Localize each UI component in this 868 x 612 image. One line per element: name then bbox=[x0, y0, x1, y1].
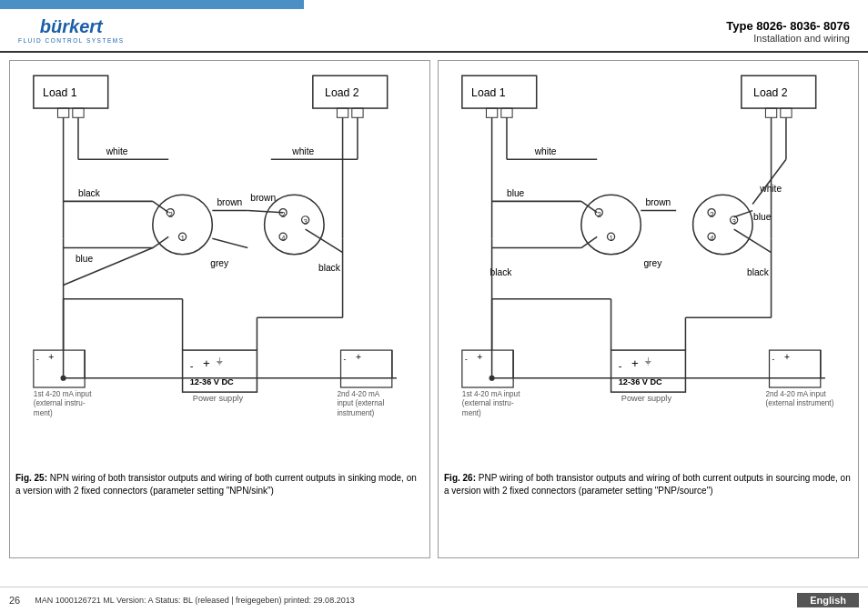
npn-diagram-svg: Load 1 Load 2 white white 2 bbox=[15, 66, 424, 467]
svg-text:2nd 4-20 mA input: 2nd 4-20 mA input bbox=[765, 390, 826, 398]
svg-text:black: black bbox=[747, 267, 770, 277]
svg-text:1st 4-20 mA input: 1st 4-20 mA input bbox=[462, 390, 520, 398]
svg-text:white: white bbox=[759, 184, 782, 194]
svg-text:+: + bbox=[784, 352, 790, 362]
page-header: bürkert FLUID CONTROL SYSTEMS Type 8026-… bbox=[0, 9, 868, 53]
page-title: Type 8026- 8036- 8076 bbox=[726, 19, 850, 33]
svg-text:3: 3 bbox=[304, 218, 308, 226]
svg-text:+: + bbox=[631, 356, 639, 370]
caption-pnp: Fig. 26: PNP wiring of both transistor o… bbox=[444, 468, 853, 501]
svg-line-27 bbox=[153, 236, 168, 247]
svg-rect-127 bbox=[770, 350, 821, 387]
svg-text:4: 4 bbox=[710, 235, 714, 243]
svg-text:input (external: input (external bbox=[337, 399, 384, 407]
caption-npn: Fig. 25: NPN wiring of both transistor o… bbox=[15, 468, 424, 501]
header-info: Type 8026- 8036- 8076 Installation and w… bbox=[726, 19, 850, 44]
svg-point-69 bbox=[61, 376, 66, 381]
svg-point-16 bbox=[153, 195, 212, 254]
svg-line-22 bbox=[153, 201, 168, 212]
svg-text:1: 1 bbox=[181, 235, 186, 243]
footer-doc-info: MAN 1000126721 ML Version: A Status: BL … bbox=[35, 596, 782, 605]
top-accent-bar bbox=[0, 0, 868, 9]
svg-line-98 bbox=[581, 236, 597, 247]
svg-text:brown: brown bbox=[645, 197, 671, 207]
svg-rect-75 bbox=[501, 108, 512, 117]
svg-text:black: black bbox=[490, 267, 513, 277]
svg-text:⏚: ⏚ bbox=[645, 355, 651, 366]
svg-text:3: 3 bbox=[732, 218, 737, 226]
main-content: Load 1 Load 2 white white 2 bbox=[0, 53, 868, 562]
svg-text:ment): ment) bbox=[34, 409, 53, 417]
svg-text:2: 2 bbox=[710, 211, 714, 219]
svg-point-101 bbox=[693, 195, 752, 254]
svg-point-87 bbox=[581, 195, 641, 254]
svg-text:white: white bbox=[106, 146, 128, 156]
caption-text-left: NPN wiring of both transistor outputs an… bbox=[15, 473, 417, 496]
svg-text:Power supply: Power supply bbox=[193, 394, 244, 403]
svg-text:-: - bbox=[344, 356, 347, 364]
svg-text:1st 4-20 mA input: 1st 4-20 mA input bbox=[34, 390, 92, 398]
svg-text:(external instru-: (external instru- bbox=[462, 399, 514, 407]
svg-text:2nd 4-20 mA: 2nd 4-20 mA bbox=[337, 390, 379, 398]
svg-text:2: 2 bbox=[168, 211, 173, 219]
page-number: 26 bbox=[9, 595, 20, 606]
svg-rect-81 bbox=[781, 108, 792, 117]
svg-text:(external instru-: (external instru- bbox=[34, 399, 86, 407]
svg-text:-: - bbox=[465, 356, 468, 364]
svg-rect-51 bbox=[34, 350, 85, 387]
svg-text:12-36 V DC: 12-36 V DC bbox=[619, 377, 662, 386]
svg-text:-: - bbox=[190, 360, 194, 371]
svg-text:Load 2: Load 2 bbox=[753, 86, 788, 99]
svg-text:white: white bbox=[291, 146, 314, 156]
svg-text:blue: blue bbox=[753, 212, 772, 222]
svg-text:instrument): instrument) bbox=[337, 409, 374, 417]
svg-text:grey: grey bbox=[643, 258, 662, 268]
svg-text:-: - bbox=[619, 360, 622, 371]
svg-text:white: white bbox=[534, 146, 557, 156]
svg-text:2: 2 bbox=[597, 211, 601, 219]
svg-text:Load 2: Load 2 bbox=[325, 86, 359, 99]
page-subtitle: Installation and wiring bbox=[726, 33, 850, 44]
svg-text:brown: brown bbox=[250, 193, 276, 203]
svg-text:4: 4 bbox=[281, 235, 286, 243]
svg-rect-74 bbox=[486, 108, 497, 117]
svg-rect-121 bbox=[462, 350, 513, 387]
fig-label-right: Fig. 26: bbox=[444, 473, 476, 483]
svg-rect-3 bbox=[73, 108, 84, 117]
fig-label-left: Fig. 25: bbox=[15, 473, 47, 483]
svg-text:+: + bbox=[203, 356, 210, 370]
svg-line-39 bbox=[247, 211, 283, 213]
svg-point-31 bbox=[265, 195, 324, 254]
svg-rect-9 bbox=[352, 108, 363, 117]
svg-text:Load 1: Load 1 bbox=[471, 86, 506, 99]
svg-text:brown: brown bbox=[217, 197, 242, 207]
svg-text:+: + bbox=[48, 352, 54, 362]
svg-line-109 bbox=[734, 211, 752, 217]
page-footer: 26 MAN 1000126721 ML Version: A Status: … bbox=[0, 587, 868, 612]
caption-text-right: PNP wiring of both transistor outputs an… bbox=[444, 473, 851, 496]
svg-text:-: - bbox=[772, 356, 775, 364]
svg-rect-8 bbox=[337, 108, 348, 117]
diagram-npn: Load 1 Load 2 white white 2 bbox=[9, 60, 430, 558]
svg-rect-57 bbox=[341, 350, 392, 387]
svg-text:+: + bbox=[356, 352, 361, 362]
diagram-pnp: Load 1 Load 2 white white 2 1 bbox=[438, 60, 859, 558]
footer-language: English bbox=[797, 593, 859, 607]
logo-tagline: FLUID CONTROL SYSTEMS bbox=[18, 37, 125, 44]
logo-text: bürkert bbox=[40, 16, 103, 37]
pnp-diagram-svg: Load 1 Load 2 white white 2 1 bbox=[444, 66, 853, 467]
svg-point-138 bbox=[490, 376, 495, 381]
svg-text:1: 1 bbox=[610, 235, 614, 243]
svg-rect-80 bbox=[765, 108, 776, 117]
burkert-logo: bürkert FLUID CONTROL SYSTEMS bbox=[18, 16, 125, 44]
svg-text:black: black bbox=[78, 188, 101, 198]
svg-text:ment): ment) bbox=[462, 409, 481, 417]
svg-text:⏚: ⏚ bbox=[217, 355, 223, 366]
svg-text:+: + bbox=[477, 352, 482, 362]
svg-line-30 bbox=[212, 238, 247, 247]
svg-rect-2 bbox=[57, 108, 68, 117]
svg-text:black: black bbox=[318, 263, 341, 273]
svg-line-93 bbox=[581, 201, 597, 212]
svg-text:-: - bbox=[36, 356, 39, 364]
svg-text:grey: grey bbox=[210, 258, 229, 268]
